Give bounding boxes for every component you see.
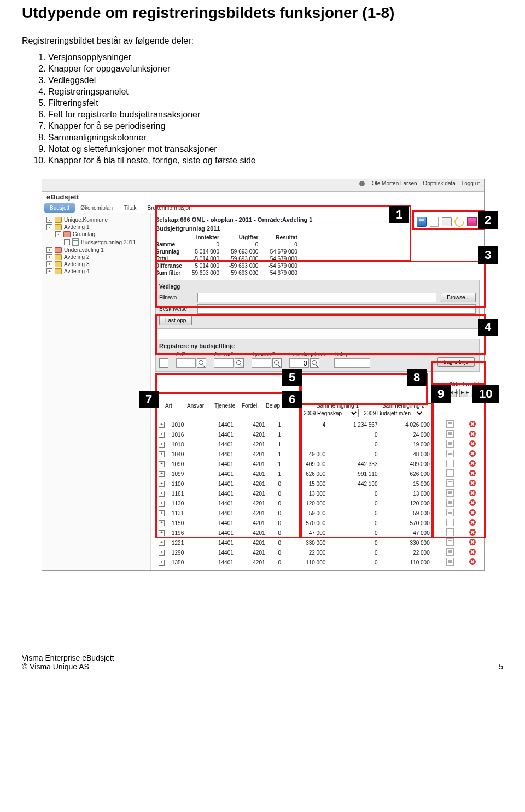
tjeneste-search-icon[interactable] xyxy=(272,358,282,368)
save-icon[interactable] xyxy=(416,216,427,227)
expand-icon[interactable]: + xyxy=(159,510,165,516)
delete-icon[interactable] xyxy=(469,509,476,516)
expand-icon[interactable]: + xyxy=(159,442,165,448)
tree-item[interactable]: Budsjettgrunnlag 2011 xyxy=(44,238,148,246)
note-icon[interactable] xyxy=(446,430,454,438)
table-row[interactable]: +1131144014201059 000059 000 xyxy=(155,508,479,518)
fordeling-search-icon[interactable] xyxy=(310,358,319,368)
table-row[interactable]: +10991440142011626 000991 110626 000 xyxy=(155,469,479,479)
next-page-button[interactable]: ►► xyxy=(459,389,468,397)
delete-icon[interactable] xyxy=(469,431,476,437)
delete-icon[interactable] xyxy=(469,549,476,555)
belop-input[interactable] xyxy=(334,358,370,368)
delete-icon[interactable] xyxy=(469,519,476,526)
table-row[interactable]: +11501440142010570 0000570 000 xyxy=(155,518,479,528)
expand-icon[interactable]: + xyxy=(46,261,52,267)
main-tab[interactable]: Brukerinformasjon xyxy=(142,203,197,213)
notes-icon[interactable] xyxy=(466,216,477,227)
delete-icon[interactable] xyxy=(469,539,476,545)
table-row[interactable]: +1161144014201013 000013 000 xyxy=(155,489,479,498)
table-row[interactable]: +10161440142011024 000 xyxy=(155,429,479,439)
expand-icon[interactable]: + xyxy=(159,481,165,487)
main-tab[interactable]: Budsjett xyxy=(44,203,75,213)
ansvar-search-icon[interactable] xyxy=(235,358,244,368)
delete-icon[interactable] xyxy=(469,558,476,565)
tree-item[interactable]: -Unique.Kommune xyxy=(44,216,148,223)
expand-icon[interactable]: + xyxy=(159,422,165,428)
tree-item[interactable]: -Grunnlag xyxy=(44,231,148,238)
main-tab[interactable]: Tiltak xyxy=(118,203,142,213)
tjeneste-input[interactable] xyxy=(252,358,271,368)
note-icon[interactable] xyxy=(446,548,454,556)
save-line-button[interactable]: Lagre linje xyxy=(438,357,475,367)
note-icon[interactable] xyxy=(446,460,454,467)
expand-icon[interactable]: + xyxy=(159,461,165,467)
expand-icon[interactable]: + xyxy=(159,471,165,477)
delete-icon[interactable] xyxy=(469,421,476,427)
delete-icon[interactable] xyxy=(469,480,476,486)
table-row[interactable]: +10181440142011019 000 xyxy=(155,439,479,449)
expand-icon[interactable]: + xyxy=(159,560,165,566)
tree-item[interactable]: -Avdeling 1 xyxy=(44,223,148,231)
note-icon[interactable] xyxy=(446,420,454,428)
comparison-1-select[interactable]: 2009 Regnskap xyxy=(300,409,359,417)
note-icon[interactable] xyxy=(446,519,454,526)
note-icon[interactable] xyxy=(446,528,454,536)
expand-icon[interactable]: + xyxy=(159,540,165,546)
expand-icon[interactable]: + xyxy=(46,247,52,253)
filename-input[interactable] xyxy=(197,293,436,302)
table-row[interactable]: +1100144014201015 000442 19015 000 xyxy=(155,479,479,489)
delete-icon[interactable] xyxy=(469,440,476,447)
new-icon[interactable] xyxy=(429,216,440,227)
note-icon[interactable] xyxy=(446,450,454,457)
collapse-icon[interactable]: - xyxy=(46,224,52,230)
fordeling-input[interactable] xyxy=(289,358,309,368)
main-tab[interactable]: Økonomiplan xyxy=(75,203,118,213)
leaf-icon[interactable] xyxy=(64,239,70,245)
ansvar-input[interactable] xyxy=(214,358,234,368)
tree-item[interactable]: +Avdeling 4 xyxy=(44,268,148,275)
print-icon[interactable] xyxy=(441,216,452,227)
table-row[interactable]: +10901440142011409 000442 333409 000 xyxy=(155,459,479,469)
delete-icon[interactable] xyxy=(469,470,476,476)
expand-icon[interactable]: + xyxy=(159,520,165,526)
table-row[interactable]: +11301440142010120 0000120 000 xyxy=(155,498,479,508)
refresh-link[interactable]: Oppfrisk data xyxy=(423,180,455,186)
expand-row-icon[interactable]: + xyxy=(159,358,168,368)
note-icon[interactable] xyxy=(446,538,454,546)
delete-icon[interactable] xyxy=(469,529,476,536)
collapse-icon[interactable]: - xyxy=(46,217,52,223)
note-icon[interactable] xyxy=(446,469,454,477)
expand-icon[interactable]: + xyxy=(159,451,165,457)
undo-icon[interactable] xyxy=(454,216,465,227)
table-row[interactable]: +1010144014201141 234 5674 026 000 xyxy=(155,420,479,429)
note-icon[interactable] xyxy=(446,479,454,487)
note-icon[interactable] xyxy=(446,489,454,497)
note-icon[interactable] xyxy=(446,440,454,448)
delete-icon[interactable] xyxy=(469,490,476,496)
expand-icon[interactable]: + xyxy=(159,432,165,438)
browse-button[interactable]: Browse... xyxy=(441,293,476,302)
table-row[interactable]: +13501440142010110 0000110 000 xyxy=(155,557,479,567)
expand-icon[interactable]: + xyxy=(159,491,165,497)
delete-icon[interactable] xyxy=(469,450,476,457)
delete-icon[interactable] xyxy=(469,460,476,467)
expand-icon[interactable]: + xyxy=(159,550,165,556)
upload-button[interactable]: Last opp xyxy=(159,316,192,325)
logout-link[interactable]: Logg ut xyxy=(462,180,480,186)
note-icon[interactable] xyxy=(446,558,454,566)
tree-item[interactable]: +Underavdeling 1 xyxy=(44,246,148,254)
note-icon[interactable] xyxy=(446,509,454,516)
description-input[interactable] xyxy=(197,304,476,314)
expand-icon[interactable]: + xyxy=(46,268,52,274)
table-row[interactable]: +12211440142010330 0000330 000 xyxy=(155,538,479,548)
art-input[interactable] xyxy=(176,358,196,368)
art-search-icon[interactable] xyxy=(197,358,206,368)
expand-icon[interactable]: + xyxy=(46,254,52,260)
tree-item[interactable]: +Avdeling 2 xyxy=(44,254,148,261)
collapse-icon[interactable]: - xyxy=(55,231,61,237)
expand-icon[interactable]: + xyxy=(159,530,165,536)
expand-icon[interactable]: + xyxy=(159,501,165,507)
table-row[interactable]: +1040144014201149 000048 000 xyxy=(155,449,479,459)
tree-item[interactable]: +Avdeling 3 xyxy=(44,261,148,268)
